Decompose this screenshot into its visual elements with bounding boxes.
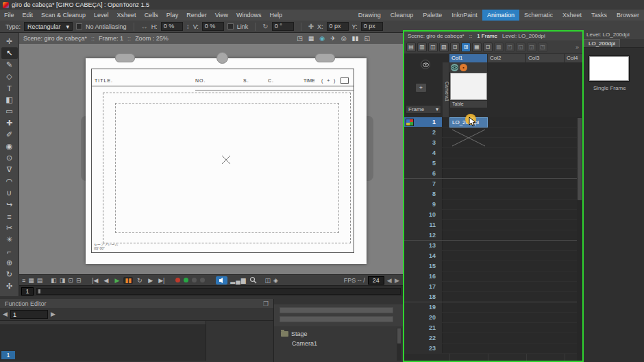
blue-channel-led[interactable] xyxy=(192,278,197,282)
xsheet-cells[interactable] xyxy=(443,292,577,302)
room-tab[interactable]: Browser xyxy=(612,10,644,21)
frame-number-cell[interactable]: 7 xyxy=(404,179,443,189)
xsheet-tool-button[interactable]: ▦ xyxy=(472,43,482,52)
sub-camera-icon[interactable]: ◱ xyxy=(364,35,370,42)
pause-button[interactable]: ▮▮ xyxy=(123,277,133,284)
camera-stand-view-icon[interactable]: ◧ xyxy=(51,277,57,284)
link-checkbox[interactable] xyxy=(227,23,234,29)
fps-spinner[interactable]: ◀ ▶ xyxy=(387,277,400,284)
room-tab[interactable]: Drawing xyxy=(354,10,386,21)
preview-visible-toggle[interactable] xyxy=(451,64,458,71)
frame-number-cell[interactable]: 5 xyxy=(404,158,443,168)
menu-item[interactable]: File xyxy=(0,10,18,21)
frame-number-cell[interactable]: 4 xyxy=(404,148,443,158)
xsheet-cells[interactable] xyxy=(443,200,577,209)
frame-number-cell[interactable]: 14 xyxy=(404,251,443,261)
stage-slider-2[interactable] xyxy=(280,316,393,322)
xsheet-tool-button[interactable]: ⊡ xyxy=(483,43,493,52)
antialias-checkbox[interactable] xyxy=(76,23,82,29)
cutter-tool[interactable]: ✂ xyxy=(1,222,18,234)
xsheet-scrollbar[interactable] xyxy=(577,117,582,361)
room-tab[interactable]: Cleanup xyxy=(386,10,419,21)
brush-tool[interactable]: ✎ xyxy=(1,59,18,71)
frame-number-cell[interactable]: 6 xyxy=(404,169,443,178)
column-parent-handle[interactable]: Table xyxy=(449,100,488,108)
histogram-button[interactable]: ▂▄▆ xyxy=(230,277,246,284)
xsheet-cells[interactable] xyxy=(443,282,577,291)
room-tab[interactable]: Palette xyxy=(418,10,447,21)
frame-number-cell[interactable]: 18 xyxy=(404,292,443,302)
frame-number-cell[interactable]: 15 xyxy=(404,261,443,271)
type-tool[interactable]: T xyxy=(1,82,18,94)
menu-item[interactable]: View xyxy=(211,10,232,21)
column-header[interactable]: Col4 xyxy=(565,54,582,62)
frame-slider-track[interactable] xyxy=(36,288,401,295)
camera-column-strip[interactable]: Camera1 xyxy=(443,62,449,117)
frame-number-cell[interactable]: 19 xyxy=(404,302,443,312)
column-thumbnail[interactable] xyxy=(450,73,487,100)
menu-item[interactable]: Edit xyxy=(18,10,38,21)
iron-tool[interactable]: ≡ xyxy=(1,210,18,222)
console-menu-icon[interactable]: ≡ xyxy=(22,277,25,284)
xsheet-cells[interactable] xyxy=(443,230,577,240)
play-button[interactable]: ▶ xyxy=(112,277,121,284)
camera-3d-view-icon[interactable]: ◨ xyxy=(60,277,66,284)
magnet-tool[interactable]: ∪ xyxy=(1,187,18,199)
loop-button[interactable]: ↻ xyxy=(135,277,144,284)
level-frame-thumbnail[interactable] xyxy=(589,56,629,81)
field-guide-icon[interactable]: ▦ xyxy=(308,35,314,42)
pinch-tool[interactable]: ∇ xyxy=(1,164,18,176)
xsheet-cells[interactable] xyxy=(443,302,577,312)
xsheet-tool-button[interactable]: ▧ xyxy=(439,43,449,52)
xsheet-cells[interactable] xyxy=(443,261,577,271)
func-frame-field[interactable]: 1 xyxy=(10,310,48,319)
frame-number-cell[interactable]: 11 xyxy=(404,220,443,230)
frame-number-cell[interactable]: 3 xyxy=(404,138,443,147)
xsheet-cells[interactable] xyxy=(443,189,577,199)
xsheet-cells[interactable] xyxy=(443,220,577,230)
animate-tool[interactable]: ✛ xyxy=(1,36,18,47)
skeleton-tool[interactable]: ✳ xyxy=(1,234,18,245)
zoom-indicator-button[interactable] xyxy=(249,276,257,284)
frame-number-cell[interactable]: 17 xyxy=(404,282,443,291)
type-dropdown[interactable]: Rectangular ▾ xyxy=(24,22,73,31)
xsheet-cells[interactable] xyxy=(443,241,577,250)
y-position-field[interactable]: 0 px xyxy=(361,22,383,31)
bender-tool[interactable]: ↪ xyxy=(1,199,18,210)
quick-add-button[interactable]: + xyxy=(415,83,427,93)
function-editor-graph[interactable]: 1 xyxy=(0,320,273,361)
frame-number-cell[interactable]: 2 xyxy=(404,128,443,137)
v-scale-field[interactable]: 0 % xyxy=(202,22,224,31)
menu-item[interactable]: Scan & Cleanup xyxy=(37,10,90,21)
frame-number-cell[interactable]: 13 xyxy=(404,241,443,250)
safe-area-icon[interactable]: ◳ xyxy=(297,35,303,42)
frame-number-cell[interactable]: 10 xyxy=(404,210,443,219)
menu-item[interactable]: Cells xyxy=(140,10,162,21)
compare-icon[interactable]: ◫ xyxy=(265,277,271,284)
frame-number-cell[interactable]: 22 xyxy=(404,333,443,343)
xsheet-tool-button[interactable]: ⊞ xyxy=(461,43,471,52)
zoom-tool[interactable]: ⊕ xyxy=(1,257,18,269)
level-tab[interactable]: LO_200dpi xyxy=(584,39,620,47)
matte-channel-led[interactable] xyxy=(200,278,205,282)
scrollbar-thumb[interactable] xyxy=(578,118,582,200)
first-frame-button[interactable]: |◀ xyxy=(90,277,99,284)
frame-display-dropdown[interactable]: Frame ▾ xyxy=(406,105,441,114)
xsheet-cells[interactable] xyxy=(443,179,577,189)
xsheet-tool-button[interactable]: ◰ xyxy=(505,43,515,52)
fill-tool[interactable]: ◧ xyxy=(1,94,18,106)
menu-item[interactable]: Play xyxy=(162,10,183,21)
camera-3d-icon[interactable]: ✈ xyxy=(330,35,336,42)
rotate-tool[interactable]: ↻ xyxy=(1,269,18,280)
room-tab[interactable]: Animation xyxy=(482,10,519,21)
geometric-tool[interactable]: ◇ xyxy=(1,71,18,82)
menu-item[interactable]: Render xyxy=(182,10,211,21)
xsheet-tool-button[interactable]: ◳ xyxy=(538,43,547,52)
tape-tool[interactable]: ✚ xyxy=(1,117,18,129)
room-tab[interactable]: Schematic xyxy=(519,10,558,21)
control-point-editor-tool[interactable]: ⊙ xyxy=(1,152,18,164)
frame-slider-cursor[interactable] xyxy=(38,289,40,293)
hand-tool[interactable]: ✣ xyxy=(1,280,18,292)
viewer-canvas[interactable]: TITLE. NO. S. C. TIME ( + ) セーフフレーム (0)'… xyxy=(19,44,403,274)
xsheet-cells[interactable] xyxy=(443,323,577,333)
